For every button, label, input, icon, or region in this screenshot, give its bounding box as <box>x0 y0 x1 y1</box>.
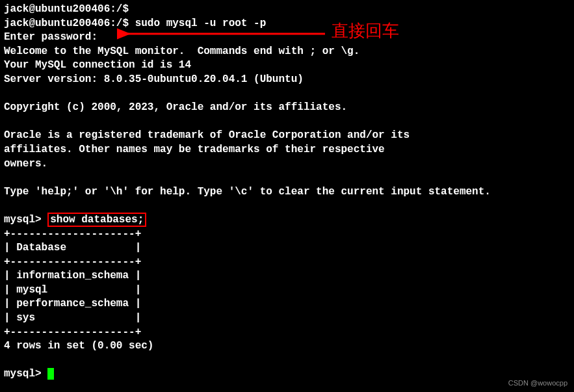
cursor-icon <box>47 368 54 380</box>
server-version-line: Server version: 8.0.35-0ubuntu0.20.04.1 … <box>4 73 570 87</box>
copyright-line: Copyright (c) 2000, 2023, Oracle and/or … <box>4 101 570 115</box>
blank-line <box>4 171 570 185</box>
table-border-top: +--------------------+ <box>4 228 570 242</box>
table-row: | performance_schema | <box>4 297 570 311</box>
show-databases-command: show databases; <box>47 213 146 227</box>
table-header: | Database | <box>4 241 570 255</box>
trademark-line-3: owners. <box>4 157 570 172</box>
blank-line <box>4 115 570 129</box>
mysql-command-line[interactable]: mysql> show databases; <box>4 213 570 228</box>
watermark-text: CSDN @wowocpp <box>508 378 567 388</box>
table-row: | information_schema | <box>4 269 570 283</box>
help-line: Type 'help;' or '\h' for help. Type '\c'… <box>4 185 570 200</box>
trademark-line-1: Oracle is a registered trademark of Orac… <box>4 129 570 143</box>
mysql-prompt: mysql> <box>4 368 47 380</box>
blank-line <box>4 87 570 101</box>
table-row: | mysql | <box>4 283 570 298</box>
connection-id-line: Your MySQL connection id is 14 <box>4 59 570 73</box>
command-line[interactable]: jack@ubuntu200406:/$ sudo mysql -u root … <box>4 17 570 31</box>
result-line: 4 rows in set (0.00 sec) <box>4 339 570 354</box>
blank-line <box>4 199 570 213</box>
table-row: | sys | <box>4 311 570 326</box>
trademark-line-2: affiliates. Other names may be trademark… <box>4 143 570 157</box>
sudo-command: sudo mysql -u root -p <box>135 18 267 29</box>
table-border-mid: +--------------------+ <box>4 255 570 270</box>
prompt-line-1: jack@ubuntu200406:/$ <box>4 3 570 17</box>
mysql-prompt: mysql> <box>4 214 47 226</box>
blank-line <box>4 354 570 368</box>
prompt-text: jack@ubuntu200406:/$ <box>4 18 135 29</box>
table-border-bottom: +--------------------+ <box>4 326 570 340</box>
enter-password-line[interactable]: Enter password: <box>4 31 570 45</box>
annotation-text: 直接回车 <box>332 20 399 42</box>
mysql-prompt-line[interactable]: mysql> <box>4 367 570 382</box>
welcome-line: Welcome to the MySQL monitor. Commands e… <box>4 45 570 59</box>
